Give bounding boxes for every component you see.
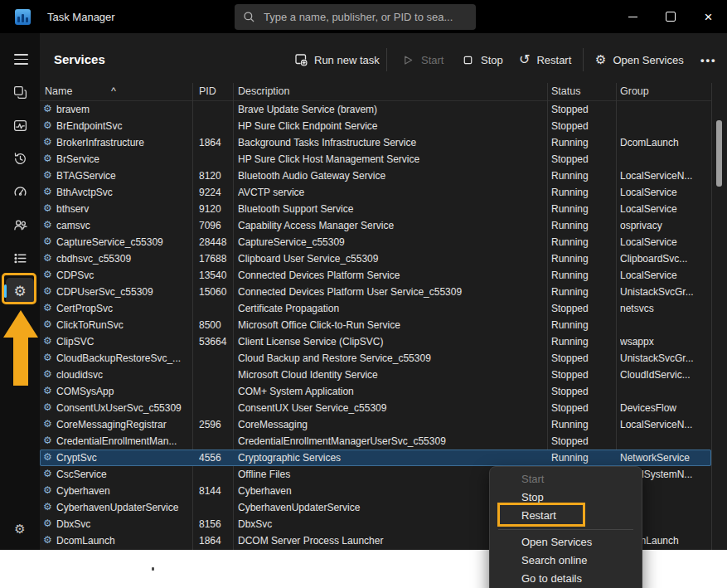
cell-pid: 8156 <box>199 518 232 530</box>
sidebar-item-settings[interactable]: ⚙ <box>0 516 40 542</box>
table-row[interactable]: ⚙ ClipSVC 53664 Client License Service (… <box>40 333 711 350</box>
cell-description: Client License Service (ClipSVC) <box>238 336 545 347</box>
service-gear-icon: ⚙ <box>43 219 52 231</box>
restart-button[interactable]: ↺ Restart <box>519 48 571 71</box>
minimize-button[interactable] <box>614 0 652 33</box>
cell-name: DbxSvc <box>56 518 189 530</box>
startup-apps-icon <box>13 185 27 199</box>
cell-pid: 13540 <box>199 270 232 281</box>
table-row[interactable]: ⚙ bravem Brave Update Service (bravem) S… <box>40 101 711 118</box>
service-gear-icon: ⚙ <box>43 269 52 280</box>
cell-status: Stopped <box>551 104 614 115</box>
table-row[interactable]: ⚙ cloudidsvc Microsoft Cloud Identity Se… <box>40 367 711 383</box>
cell-group: LocalServiceN... <box>620 419 710 430</box>
search-placeholder: Type a name, publisher, or PID to sea... <box>264 11 453 23</box>
cell-name: BrEndpointSvc <box>56 120 189 132</box>
vertical-scrollbar-thumb[interactable] <box>716 120 722 187</box>
service-gear-icon: ⚙ <box>43 186 52 197</box>
column-header-pid[interactable]: PID <box>199 85 216 97</box>
service-gear-icon: ⚙ <box>43 119 52 131</box>
sidebar-item-performance[interactable] <box>0 112 40 138</box>
table-row[interactable]: ⚙ BrService HP Sure Click Host Managemen… <box>40 151 711 168</box>
cell-description: Certificate Propagation <box>238 303 545 314</box>
column-header-description[interactable]: Description <box>238 85 290 97</box>
cell-status: Stopped <box>551 120 614 132</box>
cell-description: CoreMessaging <box>238 419 545 430</box>
users-icon <box>13 218 27 232</box>
table-row[interactable]: ⚙ CDPUserSvc_c55309 15060 Connected Devi… <box>40 284 711 300</box>
cell-description: CredentialEnrollmentManagerUserSvc_c5530… <box>238 435 545 447</box>
cell-pid: 8144 <box>199 485 232 497</box>
cell-name: CscService <box>56 469 189 480</box>
stop-button[interactable]: Stop <box>462 48 503 71</box>
service-gear-icon: ⚙ <box>43 435 52 446</box>
open-services-button[interactable]: ⚙ Open Services <box>595 48 684 71</box>
table-row[interactable]: ⚙ CaptureService_c55309 28448 CaptureSer… <box>40 234 711 250</box>
table-row[interactable]: ⚙ CDPSvc 13540 Connected Devices Platfor… <box>40 267 711 284</box>
context-menu-item-start[interactable]: Start <box>490 470 642 488</box>
cell-description: Cryptographic Services <box>238 452 545 464</box>
start-button[interactable]: Start <box>402 48 443 71</box>
service-gear-icon: ⚙ <box>43 451 52 463</box>
table-row[interactable]: ⚙ ConsentUxUserSvc_c55309 ConsentUX User… <box>40 400 711 416</box>
table-row[interactable]: ⚙ CoreMessagingRegistrar 2596 CoreMessag… <box>40 416 711 433</box>
sidebar-item-startup-apps[interactable] <box>0 178 40 205</box>
table-row[interactable]: ⚙ BTAGService 8120 Bluetooth Audio Gatew… <box>40 168 711 184</box>
table-row[interactable]: ⚙ CertPropSvc Certificate Propagation St… <box>40 300 711 317</box>
table-row[interactable]: ⚙ COMSysApp COM+ System Application Stop… <box>40 383 711 400</box>
service-gear-icon: ⚙ <box>43 368 52 380</box>
table-row[interactable]: ⚙ ClickToRunSvc 8500 Microsoft Office Cl… <box>40 317 711 333</box>
cell-group: LocalService <box>620 203 710 215</box>
service-gear-icon: ⚙ <box>43 169 52 181</box>
table-row[interactable]: ⚙ CredentialEnrollmentMan... CredentialE… <box>40 433 711 450</box>
column-header-group[interactable]: Group <box>620 85 649 97</box>
cell-name: CloudBackupRestoreSvc_... <box>56 352 189 364</box>
close-button[interactable]: × <box>690 0 727 33</box>
cell-name: DcomLaunch <box>56 535 189 547</box>
table-header: ^ Name PID Description Status Group <box>40 83 711 101</box>
sidebar-item-app-history[interactable] <box>0 145 40 172</box>
cell-status: Running <box>551 170 614 182</box>
sidebar-item-details[interactable] <box>0 245 40 271</box>
column-header-status[interactable]: Status <box>551 85 580 97</box>
settings-gear-icon: ⚙ <box>14 523 25 536</box>
cell-status: Running <box>551 286 614 298</box>
table-row[interactable]: ⚙ CloudBackupRestoreSvc_... Cloud Backup… <box>40 350 711 367</box>
cell-status: Running <box>551 137 614 148</box>
cell-name: ConsentUxUserSvc_c55309 <box>56 402 189 414</box>
cell-pid: 7096 <box>199 220 232 231</box>
menu-hamburger-icon[interactable] <box>14 54 28 65</box>
cell-pid: 8120 <box>199 170 232 182</box>
more-options-button[interactable]: ••• <box>700 48 717 71</box>
cell-group: ClipboardSvc... <box>620 253 710 265</box>
table-row[interactable]: ⚙ bthserv 9120 Bluetooth Support Service… <box>40 201 711 217</box>
sidebar-item-processes[interactable] <box>0 79 40 105</box>
table-row[interactable]: ⚙ cbdhsvc_c55309 17688 Clipboard User Se… <box>40 250 711 267</box>
cell-description: HP Sure Click Host Management Service <box>238 153 545 165</box>
table-row[interactable]: ⚙ BrEndpointSvc HP Sure Click Endpoint S… <box>40 118 711 134</box>
cell-group: LocalService <box>620 270 710 281</box>
run-new-task-button[interactable]: Run new task <box>294 48 380 71</box>
column-header-name[interactable]: Name <box>45 85 72 97</box>
table-row[interactable]: ⚙ CryptSvc 4556 Cryptographic Services R… <box>40 450 711 466</box>
table-row[interactable]: ⚙ BrokerInfrastructure 1864 Background T… <box>40 134 711 151</box>
open-services-gear-icon: ⚙ <box>595 54 606 66</box>
table-row[interactable]: ⚙ BthAvctpSvc 9224 AVCTP service Running… <box>40 184 711 201</box>
cell-name: COMSysApp <box>56 386 189 397</box>
search-input[interactable]: Type a name, publisher, or PID to sea... <box>235 4 476 30</box>
maximize-button[interactable] <box>652 0 689 33</box>
sort-ascending-icon: ^ <box>111 85 116 97</box>
cell-name: cloudidsvc <box>56 369 189 381</box>
context-menu-item-search-online[interactable]: Search online <box>490 552 642 570</box>
context-menu-item-go-to-details[interactable]: Go to details <box>490 570 642 588</box>
table-row[interactable]: ⚙ camsvc 7096 Capability Access Manager … <box>40 217 711 234</box>
cell-status: Running <box>551 203 614 215</box>
cell-name: CDPUserSvc_c55309 <box>56 286 189 298</box>
context-menu-item-open-services[interactable]: Open Services <box>490 533 642 552</box>
service-gear-icon: ⚙ <box>43 318 52 330</box>
cell-status: Stopped <box>551 352 614 364</box>
annotation-box-restart <box>497 503 585 527</box>
details-list-icon <box>13 251 27 265</box>
sidebar-item-users[interactable] <box>0 211 40 238</box>
cell-status: Stopped <box>551 386 614 397</box>
